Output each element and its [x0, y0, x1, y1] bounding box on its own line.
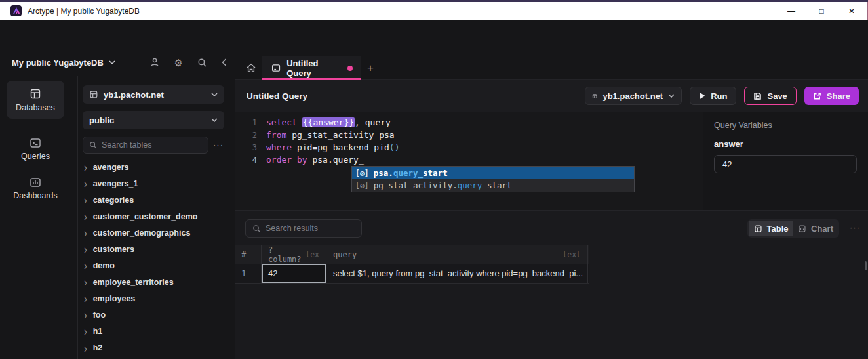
- database-icon: [89, 90, 98, 99]
- chevron-right-icon: ›: [84, 292, 87, 304]
- column-icon: [⊘]: [355, 169, 369, 178]
- settings-gear-icon[interactable]: ⚙: [174, 58, 183, 68]
- search-icon[interactable]: [197, 58, 207, 68]
- tab-untitled-query[interactable]: Untitled Query: [262, 56, 361, 79]
- code-line: 2 from pg_stat_activity psa: [235, 129, 703, 141]
- table-list-item[interactable]: ›demo: [83, 257, 231, 274]
- search-icon: [252, 224, 261, 233]
- table-list-item[interactable]: ›employee_territories: [83, 274, 231, 290]
- chevron-right-icon: ›: [84, 194, 87, 205]
- sql-editor[interactable]: 1 select {{answer}}, query 2 from pg_sta…: [235, 112, 703, 210]
- save-icon: [753, 92, 762, 100]
- workspace-switcher[interactable]: My public YugabyteDB: [12, 58, 115, 68]
- connection-name: yb1.pachot.net: [602, 91, 663, 101]
- line-number: 4: [235, 156, 257, 165]
- header-column[interactable]: ?column? tex: [262, 245, 326, 264]
- chevron-down-icon: [109, 60, 115, 64]
- tab-bar: Untitled Query +: [235, 56, 868, 80]
- chevron-right-icon: ›: [84, 177, 87, 189]
- autocomplete-item[interactable]: [⊘] pg_stat_activity.query_start: [352, 179, 634, 192]
- autocomplete-popup: [⊘] psa.query_start [⊘] pg_stat_activity…: [351, 166, 635, 192]
- search-tables-input[interactable]: [102, 140, 202, 150]
- table-row: 1 42 select $1, query from pg_stat_activ…: [235, 264, 589, 284]
- code-line: 3 where pid=pg_backend_pid(): [235, 141, 703, 154]
- query-cell[interactable]: select $1, query from pg_stat_activity w…: [326, 264, 588, 283]
- column-icon: [⊘]: [355, 181, 369, 190]
- minimize-button[interactable]: —: [776, 2, 806, 20]
- table-list-item[interactable]: ›customer_demographics: [83, 224, 231, 241]
- table-list-item[interactable]: ›employees: [83, 290, 231, 306]
- workspace-name: My public YugabyteDB: [12, 58, 104, 68]
- header-query[interactable]: query text: [326, 245, 588, 264]
- query-variables-title: Query Variables: [714, 121, 868, 130]
- table-list-item[interactable]: ›avengers_1: [83, 175, 231, 192]
- sidebar-item-label: Dashboards: [13, 191, 57, 200]
- new-tab-button[interactable]: +: [361, 56, 380, 79]
- table-list-item[interactable]: ›foo: [83, 306, 231, 323]
- connection-dropdown[interactable]: yb1.pachot.net: [83, 85, 224, 104]
- header-index[interactable]: #: [235, 245, 262, 264]
- view-toggle: Table Chart: [747, 219, 839, 238]
- table-view-button[interactable]: Table: [749, 221, 793, 236]
- line-number: 2: [235, 131, 257, 140]
- table-list-item[interactable]: ›categories: [83, 192, 231, 208]
- query-title[interactable]: Untitled Query: [247, 91, 307, 101]
- share-button[interactable]: Share: [804, 87, 859, 105]
- table-list-item[interactable]: ›customer_customer_demo: [83, 208, 231, 224]
- run-button[interactable]: Run: [690, 87, 736, 105]
- connection-name: yb1.pachot.net: [104, 90, 164, 100]
- autocomplete-item-selected[interactable]: [⊘] psa.query_start: [352, 167, 634, 179]
- home-tab-button[interactable]: [240, 56, 262, 79]
- selected-cell[interactable]: 42: [262, 264, 326, 283]
- row-index[interactable]: 1: [235, 264, 262, 283]
- search-tables-box: [83, 137, 208, 154]
- schema-dropdown[interactable]: public: [83, 111, 224, 129]
- maximize-button[interactable]: □: [806, 2, 837, 20]
- table-list-item[interactable]: ›h1: [83, 323, 231, 339]
- results-table-header: # ?column? tex query text: [235, 245, 589, 264]
- code-line: 1 select {{answer}}, query: [235, 116, 703, 129]
- chart-view-button[interactable]: Chart: [793, 221, 838, 236]
- sidebar-item-dashboards[interactable]: Dashboards: [7, 171, 64, 206]
- window-titlebar: Arctype | My public YugabyteDB — □ ✕: [0, 2, 868, 20]
- panel-divider: [77, 76, 78, 359]
- chart-icon: [798, 224, 806, 233]
- save-button[interactable]: Save: [744, 87, 796, 105]
- databases-icon: [30, 88, 41, 100]
- tables-more-button[interactable]: ···: [213, 140, 224, 150]
- chevron-right-icon: ›: [84, 259, 87, 271]
- table-icon: [754, 224, 762, 233]
- query-tab-icon: [271, 64, 281, 72]
- chevron-right-icon: ›: [84, 325, 87, 337]
- table-list-item[interactable]: ›order_details: [83, 356, 231, 359]
- play-icon: [699, 92, 705, 100]
- account-icon[interactable]: [149, 57, 160, 68]
- arctype-logo-icon: [10, 5, 22, 16]
- chevron-right-icon: ›: [84, 210, 87, 222]
- results-scrollbar[interactable]: [865, 261, 867, 270]
- table-list-item[interactable]: ›customers: [83, 241, 231, 257]
- results-panel: Table Chart ··· # ?column? tex query tex…: [235, 210, 868, 359]
- query-connection-dropdown[interactable]: yb1.pachot.net: [585, 87, 682, 105]
- sidebar-item-databases[interactable]: Databases: [7, 81, 64, 119]
- sidebar-item-queries[interactable]: Queries: [7, 131, 64, 167]
- query-header: Untitled Query yb1.pachot.net Run Save: [235, 80, 868, 112]
- search-results-input[interactable]: [266, 224, 355, 233]
- query-variables-panel: Query Variables answer: [703, 112, 868, 210]
- search-results-box: [245, 219, 362, 238]
- variable-value-input[interactable]: [714, 155, 857, 173]
- table-list-item[interactable]: ›h2: [83, 339, 231, 356]
- workspace-header: My public YugabyteDB ⚙: [0, 49, 235, 76]
- window-title: Arctype | My public YugabyteDB: [28, 7, 140, 16]
- chevron-right-icon: ›: [84, 161, 87, 173]
- code-line: 4 order by psa.query_: [235, 154, 703, 166]
- collapse-sidebar-icon[interactable]: [222, 58, 227, 66]
- results-more-button[interactable]: ···: [850, 222, 860, 232]
- table-list-item[interactable]: ›avengers: [83, 159, 231, 175]
- sidebar-item-label: Databases: [16, 103, 55, 112]
- chevron-right-icon: ›: [84, 226, 87, 238]
- chevron-right-icon: ›: [84, 341, 87, 353]
- close-button[interactable]: ✕: [837, 2, 867, 20]
- line-number: 1: [235, 118, 257, 127]
- column-type: tex: [306, 250, 319, 259]
